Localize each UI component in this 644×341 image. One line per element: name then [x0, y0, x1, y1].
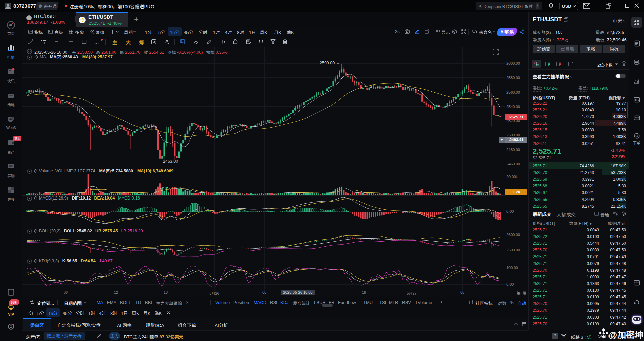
- svg-text:ETF: ETF: [635, 117, 639, 119]
